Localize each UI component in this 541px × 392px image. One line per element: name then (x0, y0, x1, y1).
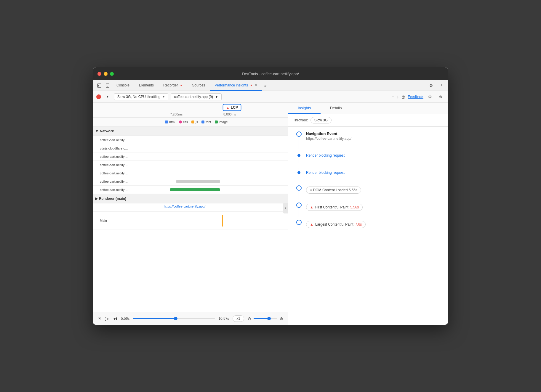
lcp-marker: ▲ LCP (223, 104, 241, 111)
legend-font: font (201, 120, 211, 124)
table-row[interactable]: coffee-cart.netlify… (93, 152, 288, 161)
timeline-header: 7,200ms 8,000ms ▲ LCP (93, 103, 288, 118)
legend-bar: html css js font image (93, 118, 288, 126)
time-slider-thumb[interactable] (174, 317, 177, 320)
bottom-toolbar: ⊡ ▷ ⏮ 5.56s 10.57s x1 ⊖ (93, 312, 288, 325)
collapse-panel-button[interactable]: › (283, 203, 288, 213)
js-color (191, 121, 194, 123)
zoom-slider[interactable] (254, 318, 277, 319)
tab-sources[interactable]: Sources (187, 80, 210, 91)
record-dropdown-icon[interactable]: ▼ (103, 93, 112, 101)
font-color (201, 121, 204, 123)
insight-row-render-block-1: Render blocking request (295, 151, 441, 166)
svg-point-2 (107, 86, 108, 87)
skip-to-start-icon[interactable]: ⏮ (113, 316, 117, 321)
insight-text-fcp: ▲ First Contentful Paint 5.56s (306, 203, 441, 211)
main-thread-timeline (164, 212, 288, 229)
device-icon[interactable] (103, 81, 112, 90)
row-timeline (164, 144, 288, 152)
insight-row-navigation: Navigation Event https://coffee-cart.net… (295, 131, 441, 149)
zoom-in-icon[interactable]: ⊕ (280, 316, 283, 321)
renderer-timeline: https://coffee-cart.netlify.app/ (164, 203, 288, 211)
lcp-badge: ▲ LCP (223, 104, 241, 111)
record-button[interactable] (96, 94, 101, 99)
tick-7200: 7,200ms (170, 113, 183, 116)
lcp-triangle-icon: ▲ (226, 106, 229, 109)
maximize-button[interactable] (110, 72, 114, 76)
left-panel: 7,200ms 8,000ms ▲ LCP html (93, 103, 288, 325)
table-row[interactable]: coffee-cart.netlify… (93, 186, 288, 194)
minimize-button[interactable] (104, 72, 108, 76)
tab-console[interactable]: Console (112, 80, 134, 91)
zoom-out-icon[interactable]: ⊖ (248, 316, 251, 321)
target-selector-dropdown[interactable]: coffee-cart.netlify.app (9) ▼ (171, 93, 222, 100)
timeline-line (299, 191, 299, 200)
inspector-icon[interactable] (95, 81, 103, 90)
timeline-col (295, 131, 302, 149)
time-slider[interactable] (133, 318, 215, 319)
time-slider-container (133, 318, 215, 319)
fcp-triangle-icon: ▲ (310, 205, 313, 209)
upload-icon[interactable]: ↑ (392, 94, 394, 99)
delete-icon[interactable]: 🗑 (401, 94, 405, 99)
play-button[interactable]: ▷ (105, 315, 109, 322)
more-options-icon[interactable]: ⋮ (438, 81, 446, 90)
settings2-icon[interactable]: ⚙ (426, 93, 434, 101)
tab-bar: Console Elements Recorder ▲ Sources Perf… (93, 80, 448, 91)
main-thread-bar (222, 215, 223, 226)
time-slider-fill (133, 318, 175, 319)
close2-icon[interactable]: ⊕ (436, 93, 445, 101)
html-color (165, 121, 168, 123)
insight-text-lcp: ▲ Largest Contentful Paint 7.6s (306, 220, 441, 228)
tab-details[interactable]: Details (321, 103, 351, 114)
insight-row-render-block-2: Render blocking request (295, 168, 441, 183)
timeline-line-top (299, 151, 299, 154)
main-thread-row[interactable]: Main (93, 212, 288, 229)
zoom-thumb[interactable] (267, 317, 271, 320)
insights-content: Navigation Event https://coffee-cart.net… (288, 127, 448, 325)
dashed-vertical-line (235, 103, 235, 117)
table-row[interactable]: coffee-cart.netlify… (93, 169, 288, 177)
insight-text-dcl: ○ DOM Content Loaded 5.56s (306, 185, 441, 194)
time-end-label: 10.57s (218, 317, 229, 321)
network-section-header[interactable]: ▼ Network (93, 126, 288, 136)
table-row[interactable]: coffee-cart.netlify… (93, 161, 288, 169)
right-tabs: Insights Details (288, 103, 448, 114)
right-panel: Insights Details Throttled: Slow 3G (288, 103, 448, 325)
row-timeline (164, 136, 288, 144)
insight-timeline: Navigation Event https://coffee-cart.net… (295, 131, 441, 234)
zoom-fill (254, 318, 269, 319)
secondary-toolbar: ▼ Slow 3G, No CPU throttling ▼ coffee-ca… (93, 91, 448, 103)
tick-8000: 8,000ms (223, 113, 236, 116)
table-row[interactable]: coffee-cart.netlify… (93, 136, 288, 144)
tab-performance-insights[interactable]: Performance insights ▲ ✕ (210, 80, 262, 91)
feedback-link[interactable]: Feedback (408, 95, 423, 99)
settings-icon[interactable]: ⚙ (427, 81, 435, 90)
screenshot-icon[interactable]: ⊡ (97, 316, 101, 321)
table-row[interactable]: cdnjs.cloudflare.c… (93, 144, 288, 152)
renderer-url-row[interactable]: https://coffee-cart.netlify.app/ (93, 203, 288, 212)
timeline-line-top (299, 168, 299, 171)
network-throttle-dropdown[interactable]: Slow 3G, No CPU throttling ▼ (114, 93, 168, 100)
timeline-col (295, 168, 302, 180)
speed-button[interactable]: x1 (233, 315, 244, 322)
tab-settings-area: ⚙ ⋮ (427, 81, 446, 90)
time-start-label: 5.56s (121, 317, 129, 321)
table-row[interactable]: coffee-cart.netlify… (93, 177, 288, 186)
window-title: DevTools - coffee-cart.netlify.app/ (242, 72, 299, 76)
legend-js: js (191, 120, 198, 124)
image-color (215, 121, 218, 123)
row-timeline (164, 177, 288, 185)
tab-insights[interactable]: Insights (288, 103, 321, 114)
css-color (179, 121, 182, 123)
timeline-dot (297, 171, 300, 174)
timeline-circle (296, 185, 302, 191)
download-icon[interactable]: ↓ (396, 94, 399, 99)
tab-recorder[interactable]: Recorder ▲ (159, 80, 187, 91)
close-button[interactable] (97, 72, 101, 76)
timeline-circle (296, 220, 302, 225)
tab-overflow-btn[interactable]: » (262, 83, 269, 88)
renderer-section-header[interactable]: ▶ Renderer (main) (93, 194, 288, 203)
tab-elements[interactable]: Elements (134, 80, 159, 91)
tab-close-icon[interactable]: ✕ (255, 83, 257, 87)
